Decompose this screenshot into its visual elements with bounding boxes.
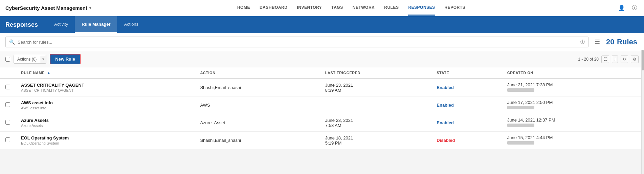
search-input[interactable] [18, 40, 578, 45]
row-checkbox[interactable] [5, 137, 10, 142]
help-icon[interactable]: ⓘ [630, 3, 639, 13]
actions-dropdown-label: Actions (0) [14, 55, 40, 63]
pagination-info: 1 - 20 of 20 [578, 57, 599, 62]
rules-count-label: Rules [617, 38, 637, 46]
download-icon[interactable]: ↓ [612, 56, 618, 63]
app-title-text: CyberSecurity Asset Management [5, 5, 87, 11]
sub-nav-tab-rule-manager[interactable]: Rule Manager [75, 16, 117, 33]
scrollbar-thumb[interactable] [642, 50, 644, 70]
col-last-triggered[interactable]: LAST TRIGGERED [320, 67, 431, 79]
row-checkbox-cell [0, 114, 16, 132]
state-badge: Enabled [437, 120, 454, 125]
row-last-triggered-cell [320, 96, 431, 114]
col-created-on[interactable]: CREATED ON [502, 67, 644, 79]
search-icon: 🔍 [9, 39, 15, 45]
user-icon[interactable]: 👤 [617, 3, 626, 13]
select-all-checkbox[interactable] [5, 57, 10, 62]
row-created-on-cell: June 15, 2021 4:44 PM [502, 132, 644, 149]
search-container: 🔍 ⓘ [5, 37, 589, 47]
row-created-on-cell: June 17, 2021 2:50 PM [502, 96, 644, 114]
row-action-cell: AWS [195, 96, 319, 114]
table-row: ASSET CRITICALITY QAGENT ASSET CRITICALI… [0, 79, 644, 96]
row-checkbox[interactable] [5, 102, 10, 107]
col-state[interactable]: STATE [431, 67, 502, 79]
row-action-cell: Shashi,Email_shashi [195, 132, 319, 149]
sub-nav-title: Responses [5, 21, 38, 28]
state-badge: Enabled [437, 85, 454, 90]
rules-count-number: 20 [606, 38, 614, 46]
row-last-triggered-cell: June 18, 2021 5:19 PM [320, 132, 431, 149]
row-checkbox[interactable] [5, 85, 10, 89]
row-action-cell: Azure_Asset [195, 114, 319, 132]
new-rule-button[interactable]: New Rule [50, 54, 81, 64]
rule-name-sub: EOL Operating System [21, 141, 189, 145]
nav-link-reports[interactable]: REPORTS [445, 0, 466, 16]
nav-right-icons: 👤 ⓘ [617, 3, 639, 13]
row-name-cell: AWS asset info AWS asset info [16, 96, 195, 114]
filter-icon[interactable]: ☰ [592, 37, 603, 47]
actions-dropdown-arrow-icon[interactable]: ▾ [40, 56, 46, 63]
nav-link-inventory[interactable]: INVENTORY [297, 0, 322, 16]
row-checkbox-cell [0, 132, 16, 149]
table-row: Azure Assets Azure Assets Azure_Asset Ju… [0, 114, 644, 132]
nav-link-network[interactable]: NETWORK [353, 0, 375, 16]
rule-name-sub: Azure Assets [21, 124, 189, 128]
grid-view-icon[interactable]: ☷ [601, 56, 609, 63]
nav-link-rules[interactable]: RULES [384, 0, 399, 16]
blurred-user-text [507, 141, 534, 145]
rule-name-main: EOL Operating System [21, 135, 189, 140]
table-row: EOL Operating System EOL Operating Syste… [0, 132, 644, 149]
row-name-cell: Azure Assets Azure Assets [16, 114, 195, 132]
blurred-user-text [507, 88, 534, 92]
rule-name-sub: ASSET CRITICALITY QAGENT [21, 88, 189, 92]
app-title: CyberSecurity Asset Management ▾ [5, 5, 91, 11]
row-checkbox[interactable] [5, 120, 10, 125]
row-checkbox-cell [0, 96, 16, 114]
toolbar: 🔍 ⓘ ☰ 20 Rules [0, 33, 644, 51]
rule-name-main: ASSET CRITICALITY QAGENT [21, 83, 189, 88]
col-rule-name[interactable]: RULE NAME ▲ [16, 67, 195, 79]
row-state-cell: Enabled [431, 96, 502, 114]
search-help-icon[interactable]: ⓘ [580, 39, 585, 45]
refresh-icon[interactable]: ↻ [621, 56, 628, 63]
scrollbar-track[interactable] [641, 50, 644, 149]
col-checkbox [0, 67, 16, 79]
rule-name-main: AWS asset info [21, 100, 189, 105]
sub-nav-tab-activity[interactable]: Activity [47, 16, 75, 33]
state-badge: Enabled [437, 103, 454, 108]
nav-link-tags[interactable]: TAGS [331, 0, 343, 16]
row-last-triggered-cell: June 23, 2021 8:39 AM [320, 79, 431, 96]
top-nav: CyberSecurity Asset Management ▾ HOMEDAS… [0, 0, 644, 16]
actions-dropdown[interactable]: Actions (0) ▾ [14, 55, 46, 64]
row-created-on-cell: June 21, 2021 7:38 PM [502, 79, 644, 96]
col-action[interactable]: ACTION [195, 67, 319, 79]
row-name-cell: EOL Operating System EOL Operating Syste… [16, 132, 195, 149]
row-action-cell: Shashi,Email_shashi [195, 79, 319, 96]
rules-count: 20 Rules [606, 38, 639, 46]
sub-nav: Responses ActivityRule ManagerActions [0, 16, 644, 33]
table-row: AWS asset info AWS asset info AWS Enable… [0, 96, 644, 114]
actions-left: Actions (0) ▾ New Rule [5, 54, 81, 64]
sub-nav-tabs: ActivityRule ManagerActions [47, 16, 145, 33]
row-checkbox-cell [0, 79, 16, 96]
nav-link-home[interactable]: HOME [237, 0, 250, 16]
row-state-cell: Disabled [431, 132, 502, 149]
row-last-triggered-cell: June 23, 2021 7:58 AM [320, 114, 431, 132]
row-state-cell: Enabled [431, 79, 502, 96]
sort-arrow-icon: ▲ [47, 71, 50, 75]
table-container: RULE NAME ▲ ACTION LAST TRIGGERED STATE … [0, 67, 644, 149]
rules-table: RULE NAME ▲ ACTION LAST TRIGGERED STATE … [0, 67, 644, 149]
row-name-cell: ASSET CRITICALITY QAGENT ASSET CRITICALI… [16, 79, 195, 96]
rule-name-main: Azure Assets [21, 118, 189, 123]
blurred-user-text [507, 124, 534, 127]
rule-name-sub: AWS asset info [21, 106, 189, 110]
app-dropdown-arrow-icon[interactable]: ▾ [89, 6, 91, 10]
actions-right: 1 - 20 of 20 ☷ ↓ ↻ ⚙ [578, 56, 639, 63]
nav-link-dashboard[interactable]: DASHBOARD [260, 0, 288, 16]
sub-nav-tab-actions[interactable]: Actions [117, 16, 145, 33]
nav-link-responses[interactable]: RESPONSES [408, 0, 435, 16]
table-header: RULE NAME ▲ ACTION LAST TRIGGERED STATE … [0, 67, 644, 79]
actions-bar: Actions (0) ▾ New Rule 1 - 20 of 20 ☷ ↓ … [0, 51, 644, 67]
settings-icon[interactable]: ⚙ [631, 56, 639, 63]
main-nav: HOMEDASHBOARDINVENTORYTAGSNETWORKRULESRE… [237, 0, 465, 16]
